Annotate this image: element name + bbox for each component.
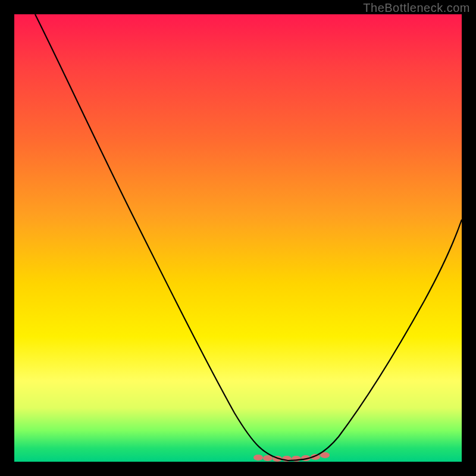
curve-group xyxy=(35,14,462,461)
chart-svg xyxy=(14,14,462,462)
plot-area xyxy=(14,14,462,462)
attribution-text: TheBottleneck.com xyxy=(363,1,470,15)
chart-frame: TheBottleneck.com xyxy=(0,0,476,476)
bottleneck-curve-path xyxy=(35,14,462,461)
band-dot xyxy=(253,455,263,461)
